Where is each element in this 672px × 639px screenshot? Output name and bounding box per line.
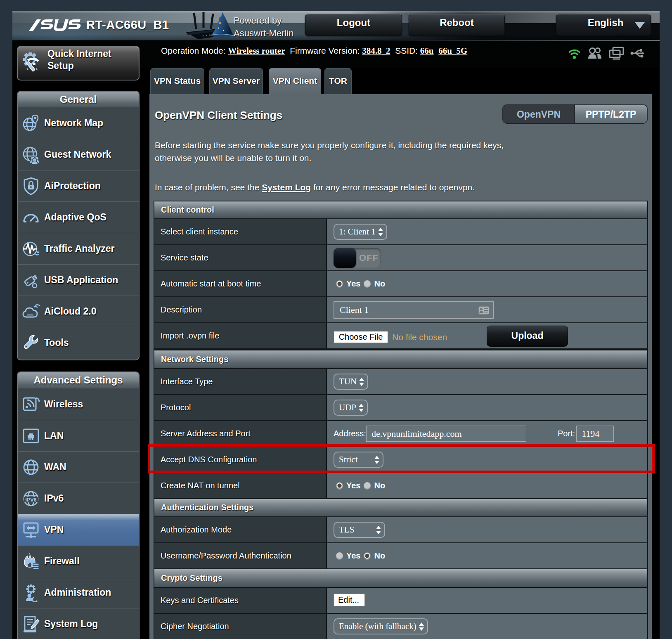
svg-text:IPV6: IPV6 (25, 497, 36, 502)
